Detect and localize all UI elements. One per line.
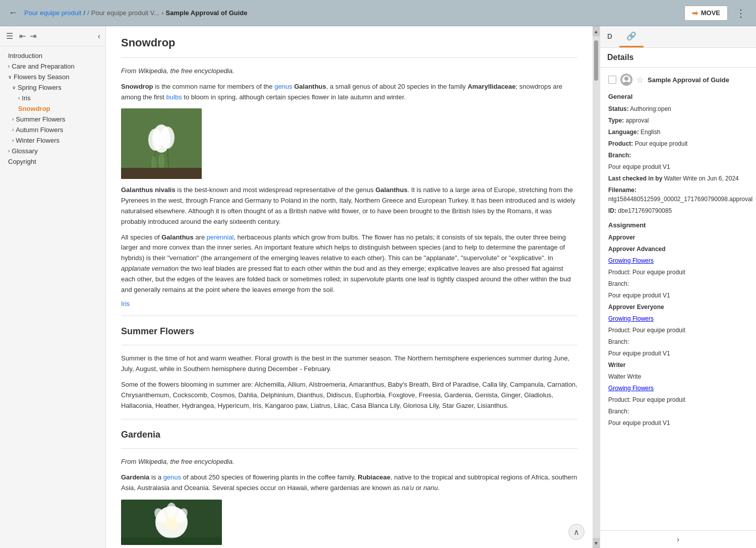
breadcrumb-current: Sample Approval of Guide bbox=[165, 9, 247, 17]
detail-approver-everyone-product: Product: Pour equipe produit bbox=[608, 326, 748, 335]
move-arrow-icon: ➡ bbox=[692, 9, 698, 17]
detail-approver-advanced: Approver Advanced bbox=[608, 245, 748, 254]
summer-para-2: Some of the flowers blooming in summer a… bbox=[121, 380, 577, 411]
bulbs-link[interactable]: bulbs bbox=[166, 93, 182, 101]
svg-point-7 bbox=[158, 153, 164, 169]
sidebar-item-label: Care and Preparation bbox=[12, 63, 74, 70]
sidebar-toolbar: ☰ ⇤ ⇥ ‹ bbox=[0, 26, 105, 46]
detail-writer-branch-val: Pour equipe produit V1 bbox=[608, 418, 748, 428]
sidebar-item-iris[interactable]: › Iris bbox=[0, 93, 105, 103]
link-tab-icon: 🔗 bbox=[626, 32, 636, 40]
sidebar-item-autumn-flowers[interactable]: › Autumn Flowers bbox=[0, 125, 105, 135]
detail-branch-val: Pour equipe produit V1 bbox=[608, 162, 748, 171]
expand-icon: › bbox=[12, 138, 14, 143]
detail-approver-advanced-product: Product: Pour equipe produit bbox=[608, 268, 748, 277]
breadcrumb-item-2[interactable]: / bbox=[87, 9, 89, 17]
sidebar-item-snowdrop[interactable]: Snowdrop bbox=[0, 103, 105, 114]
perennial-link[interactable]: perennial bbox=[207, 233, 234, 241]
back-button[interactable]: ← bbox=[6, 6, 20, 20]
sidebar-nav: Introduction › Care and Preparation ∨ Fl… bbox=[0, 46, 105, 548]
snowdrop-para-1: Snowdrop is the common name for members … bbox=[121, 82, 577, 103]
snowdrop-para-2: Galanthus nivalis is the best-known and … bbox=[121, 185, 577, 227]
section-title-snowdrop: Snowdrop bbox=[121, 36, 577, 49]
right-panel-header: Details bbox=[600, 48, 756, 68]
sidebar-item-label: Introduction bbox=[8, 52, 42, 59]
summer-para-1: Summer is the time of hot and warm weath… bbox=[121, 353, 577, 375]
indent-left-icon[interactable]: ⇤ bbox=[18, 30, 27, 42]
detail-approver-advanced-link: Growing Flowers bbox=[608, 256, 748, 265]
right-panel-tabs: D 🔗 bbox=[600, 26, 756, 48]
growing-flowers-link-3[interactable]: Growing Flowers bbox=[608, 385, 654, 392]
detail-last-checked: Last checked in by Walter Write on Jun 6… bbox=[608, 174, 748, 183]
scrollbar-up-arrow[interactable]: ▲ bbox=[593, 26, 600, 36]
expand-icon: › bbox=[12, 116, 14, 122]
sidebar: ☰ ⇤ ⇥ ‹ Introduction › Care and Preparat… bbox=[0, 26, 106, 548]
item-checkbox[interactable] bbox=[608, 76, 616, 84]
sidebar-item-label: Copyright bbox=[8, 158, 36, 165]
sidebar-item-summer-flowers[interactable]: › Summer Flowers bbox=[0, 114, 105, 125]
svg-point-20 bbox=[623, 82, 629, 85]
item-star-icon[interactable]: ☆ bbox=[636, 75, 644, 85]
content-scrollbar: ▲ ▼ bbox=[593, 26, 600, 548]
breadcrumb-no-context: Pour equipe produit V... bbox=[91, 9, 159, 17]
detail-approver-advanced-branch-label: Branch: bbox=[608, 279, 748, 288]
detail-approver-advanced-branch-val: Pour equipe produit V1 bbox=[608, 291, 748, 300]
sidebar-item-care[interactable]: › Care and Preparation bbox=[0, 61, 105, 72]
svg-point-14 bbox=[166, 503, 177, 519]
detail-approver-everyone: Approver Everyone bbox=[608, 302, 748, 312]
detail-status: Status: Authoring:open bbox=[608, 104, 748, 113]
sidebar-item-flowers-by-season[interactable]: ∨ Flowers by Season bbox=[0, 72, 105, 82]
sidebar-item-label: Autumn Flowers bbox=[16, 126, 63, 134]
gardenia-image bbox=[121, 500, 222, 545]
expand-icon: ∨ bbox=[12, 85, 16, 90]
item-avatar-icon bbox=[620, 74, 632, 86]
detail-approver-everyone-branch-val: Pour equipe produit V1 bbox=[608, 349, 748, 358]
sidebar-item-winter-flowers[interactable]: › Winter Flowers bbox=[0, 135, 105, 146]
scrollbar-thumb[interactable] bbox=[594, 40, 598, 81]
sidebar-item-label: Glossary bbox=[12, 147, 37, 155]
hamburger-icon[interactable]: ☰ bbox=[5, 30, 14, 42]
gardenia-para-1: Gardenia is a genus of about 250 species… bbox=[121, 472, 577, 494]
svg-rect-17 bbox=[121, 537, 222, 545]
detail-type: Type: approval bbox=[608, 116, 748, 125]
move-button[interactable]: ➡ MOVE bbox=[684, 6, 728, 21]
section-title-summer: Summer Flowers bbox=[121, 326, 577, 337]
expand-right-panel-button[interactable]: › bbox=[677, 535, 679, 544]
growing-flowers-link-1[interactable]: Growing Flowers bbox=[608, 257, 654, 264]
detail-branch-label: Branch: bbox=[608, 151, 748, 160]
right-panel-title: Details bbox=[607, 53, 633, 62]
genus-link-2[interactable]: genus bbox=[163, 473, 181, 481]
toolbar: ← Pour equipe produit / / Pour equipe pr… bbox=[0, 0, 756, 26]
svg-point-19 bbox=[624, 77, 628, 81]
growing-flowers-link-2[interactable]: Growing Flowers bbox=[608, 315, 654, 322]
indent-right-icon[interactable]: ⇥ bbox=[29, 30, 37, 42]
sidebar-item-label: Winter Flowers bbox=[16, 137, 60, 144]
sidebar-collapse-icon[interactable]: ‹ bbox=[98, 32, 100, 41]
move-label: MOVE bbox=[701, 9, 720, 17]
snowdrop-para-3: All species of Galanthus are perennial, … bbox=[121, 232, 577, 295]
svg-point-3 bbox=[160, 127, 175, 149]
general-section-label: General bbox=[608, 93, 748, 100]
tab-details[interactable]: 🔗 bbox=[619, 26, 644, 47]
detail-id: ID: dbe1717690790085 bbox=[608, 206, 748, 215]
detail-writer-product: Product: Pour equipe produit bbox=[608, 395, 748, 404]
scroll-up-button[interactable]: ∧ bbox=[568, 524, 585, 540]
detail-approver-label: Approver bbox=[608, 233, 748, 242]
breadcrumb-item-1[interactable]: Pour equipe produit bbox=[24, 9, 81, 17]
sidebar-item-introduction[interactable]: Introduction bbox=[0, 50, 105, 61]
sidebar-item-copyright[interactable]: Copyright bbox=[0, 156, 105, 167]
expand-icon: ∨ bbox=[8, 74, 12, 80]
genus-link-1[interactable]: genus bbox=[274, 83, 292, 90]
document-tab-icon: D bbox=[607, 32, 612, 40]
sidebar-item-spring-flowers[interactable]: ∨ Spring Flowers bbox=[0, 82, 105, 93]
sidebar-item-glossary[interactable]: › Glossary bbox=[0, 146, 105, 156]
detail-product: Product: Pour equipe produit bbox=[608, 139, 748, 148]
right-panel-expand-footer[interactable]: › bbox=[600, 530, 756, 548]
scrollbar-down-arrow[interactable]: ▼ bbox=[593, 538, 600, 548]
iris-link[interactable]: Iris bbox=[121, 300, 130, 308]
more-options-button[interactable]: ⋮ bbox=[732, 5, 750, 21]
detail-writer-link: Growing Flowers bbox=[608, 384, 748, 393]
tab-document[interactable]: D bbox=[600, 27, 619, 47]
main-content: Snowdrop From Wikipedia, the free encycl… bbox=[106, 26, 593, 548]
detail-writer-label: Writer bbox=[608, 360, 748, 370]
